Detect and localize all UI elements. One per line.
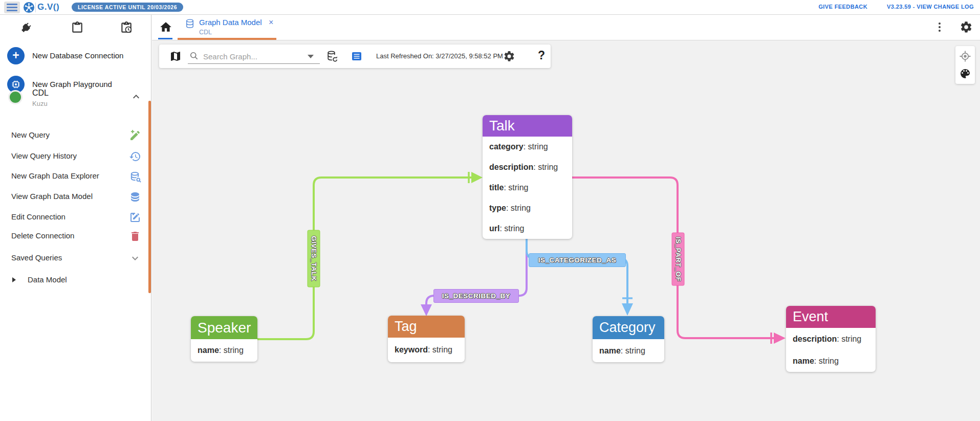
new-database-connection-label: New Database Connection — [32, 51, 123, 60]
hamburger-menu-icon[interactable] — [4, 2, 20, 13]
node-title: Event — [786, 306, 876, 328]
version-changelog-link[interactable]: V3.23.59 - VIEW CHANGE LOG — [887, 4, 974, 10]
close-tab-icon[interactable]: × — [269, 18, 273, 27]
database-search-icon[interactable] — [129, 170, 141, 183]
search-icon — [189, 51, 199, 61]
node-property: title: string — [483, 178, 572, 198]
sidebar-item-edit-connection[interactable]: Edit Connection — [0, 207, 147, 228]
license-badge: LICENSE ACTIVE UNTIL 20/03/2026 — [72, 3, 183, 12]
tab-bar: Graph Data Model CDL × — [152, 15, 980, 40]
map-legend-icon[interactable] — [169, 50, 182, 62]
sidebar-item-saved-queries[interactable]: Saved Queries — [0, 248, 147, 269]
sidebar-item-new-graph-data-explorer[interactable]: New Graph Data Explorer — [0, 166, 147, 187]
connection-status-dot — [8, 90, 23, 104]
plus-circle-icon: + — [7, 47, 25, 64]
node-title: Speaker — [191, 316, 257, 339]
node-property: description: string — [786, 328, 876, 350]
sidebar-item-data-model[interactable]: Data Model — [0, 270, 147, 291]
chevron-down-icon[interactable] — [129, 252, 141, 264]
table-view-icon[interactable] — [351, 50, 363, 62]
pencil-plus-icon[interactable] — [129, 129, 141, 142]
graph-node-tag[interactable]: Tagkeyword: string — [388, 316, 465, 362]
recenter-crosshair-icon[interactable] — [959, 50, 971, 62]
edge-arrowhead-is_part_of — [774, 333, 786, 344]
edge-arrowhead-gives_talk — [471, 172, 483, 183]
new-database-connection-button[interactable]: + New Database Connection — [0, 45, 151, 69]
node-property: type: string — [483, 198, 572, 218]
node-property: name: string — [191, 339, 257, 362]
tab-graph-data-model[interactable]: Graph Data Model CDL × — [178, 15, 276, 40]
data-model-label: Data Model — [28, 275, 67, 284]
connection-name[interactable]: CDL — [32, 88, 49, 98]
sidebar-item-new-query[interactable]: New Query — [0, 125, 147, 146]
history-clock-icon[interactable] — [129, 150, 141, 163]
sidebar: + New Database Connection New Graph Play… — [0, 15, 151, 421]
expand-triangle-icon[interactable] — [12, 277, 16, 282]
gv-logo-icon — [23, 2, 35, 13]
sidebar-item-label: View Query History — [11, 151, 77, 160]
last-refreshed-text: Last Refreshed On: 3/27/2025, 9:58:52 PM — [376, 52, 503, 60]
chevron-up-icon[interactable] — [130, 91, 142, 103]
graph-node-event[interactable]: Eventdescription: stringname: string — [786, 306, 876, 372]
graph-node-category[interactable]: Categoryname: string — [593, 316, 664, 362]
node-property: category: string — [483, 137, 572, 157]
sidebar-item-label: New Graph Data Explorer — [11, 171, 99, 180]
node-property: name: string — [786, 350, 876, 372]
sidebar-item-label: View Graph Data Model — [11, 192, 93, 201]
node-title: Category — [593, 316, 664, 339]
clipboard-clock-icon[interactable] — [120, 21, 133, 34]
graph-node-talk[interactable]: Talkcategory: stringdescription: stringt… — [483, 115, 572, 239]
edge-arrowhead-is_described_by — [421, 304, 432, 316]
logo-divider — [35, 3, 36, 12]
clipboard-icon[interactable] — [71, 21, 84, 34]
database-icon — [185, 18, 195, 29]
node-title: Tag — [388, 316, 465, 338]
top-bar: G.V() LICENSE ACTIVE UNTIL 20/03/2026 GI… — [0, 0, 980, 15]
sidebar-item-label: Saved Queries — [11, 253, 62, 262]
new-graph-playground-button[interactable]: New Graph Playground — [0, 74, 151, 97]
sidebar-item-label: Edit Connection — [11, 212, 66, 221]
active-tab-indicator — [178, 38, 276, 40]
sidebar-item-delete-connection[interactable]: Delete Connection — [0, 226, 147, 247]
app-window: G.V() LICENSE ACTIVE UNTIL 20/03/2026 GI… — [0, 0, 980, 421]
edge-label-is_part_of[interactable]: IS_PART_OF — [672, 232, 685, 285]
edge-line-is_categorized_as — [527, 239, 627, 304]
edge-line-gives_talk — [257, 178, 472, 339]
sidebar-item-view-graph-data-model[interactable]: View Graph Data Model — [0, 187, 147, 207]
new-graph-playground-label: New Graph Playground — [32, 80, 112, 88]
search-dropdown-caret-icon[interactable] — [308, 55, 314, 58]
edge-label-is_described_by[interactable]: IS_DESCRIBED_BY — [433, 289, 519, 303]
trash-icon[interactable] — [129, 230, 141, 242]
plug-icon[interactable] — [19, 21, 33, 34]
tab-subtitle: CDL — [199, 29, 212, 36]
give-feedback-link[interactable]: GIVE FEEDBACK — [818, 4, 867, 10]
sidebar-item-label: Delete Connection — [11, 231, 74, 240]
tab-title: Graph Data Model — [199, 18, 262, 27]
database-icon[interactable] — [129, 191, 141, 203]
help-icon[interactable]: ? — [538, 49, 545, 62]
settings-gear-icon[interactable] — [960, 20, 973, 34]
toolbar-settings-gear-icon[interactable] — [503, 50, 515, 62]
node-title: Talk — [483, 115, 572, 137]
home-tab-indicator — [158, 38, 172, 39]
logo-text: G.V() — [37, 2, 59, 12]
node-property: url: string — [483, 218, 572, 239]
graph-node-speaker[interactable]: Speakername: string — [191, 316, 257, 362]
search-input[interactable] — [203, 50, 300, 62]
active-connection-accent-bar — [148, 101, 151, 293]
kebab-menu-icon[interactable] — [933, 20, 946, 34]
graph-canvas[interactable]: GIVES_TALKIS_DESCRIBED_BYIS_CATEGORIZED_… — [152, 40, 980, 421]
edge-label-is_categorized_as[interactable]: IS_CATEGORIZED_AS — [529, 253, 626, 267]
edge-arrowhead-is_categorized_as — [622, 303, 633, 316]
node-property: name: string — [593, 339, 664, 362]
palette-icon[interactable] — [959, 68, 971, 80]
connection-db-type: Kuzu — [32, 100, 48, 107]
book-edit-icon[interactable] — [129, 211, 141, 224]
home-tab[interactable] — [159, 20, 175, 35]
edge-label-gives_talk[interactable]: GIVES_TALK — [308, 230, 320, 287]
node-property: description: string — [483, 157, 572, 178]
sidebar-item-view-query-history[interactable]: View Query History — [0, 146, 147, 167]
sidebar-item-label: New Query — [11, 130, 50, 139]
canvas-tools-panel — [955, 46, 975, 84]
database-refresh-icon[interactable] — [326, 50, 338, 62]
